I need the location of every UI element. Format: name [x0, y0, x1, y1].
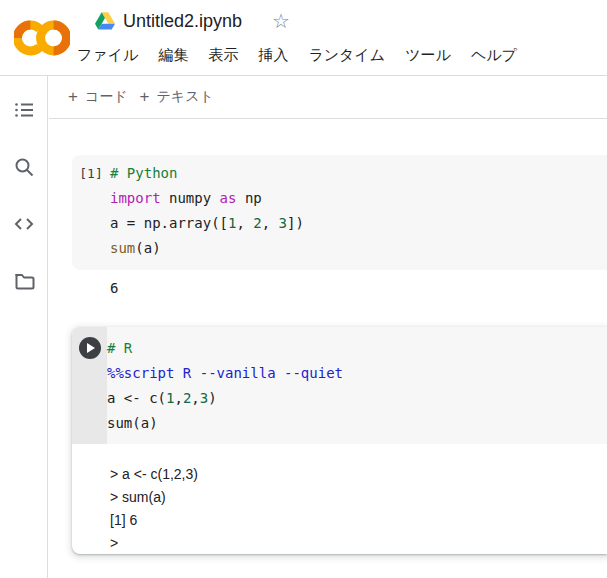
code-line: sum(a) [107, 411, 607, 436]
play-icon [87, 343, 95, 353]
run-cell-button[interactable] [79, 337, 101, 359]
add-code-button[interactable]: + コード [62, 84, 134, 110]
code-line: # R [107, 336, 607, 361]
code-icon [13, 213, 35, 235]
menu-view[interactable]: 表示 [208, 46, 238, 65]
cell-2-code-area: # R%%script R --vanilla --quieta <- c(1,… [72, 327, 607, 444]
cell-1-output: 6 [110, 277, 118, 300]
output-line: > sum(a) [110, 486, 607, 509]
app-header: Untitled2.ipynb ☆ ファイル 編集 表示 挿入 ランタイム ツー… [0, 0, 607, 76]
code-cell-1: [1] # Pythonimport numpy as npa = np.arr… [72, 155, 607, 270]
execution-count[interactable]: [1] [79, 166, 102, 181]
menu-runtime[interactable]: ランタイム [308, 46, 385, 65]
table-of-contents-icon [13, 99, 35, 121]
plus-icon: + [68, 90, 78, 104]
code-cell-2: # R%%script R --vanilla --quieta <- c(1,… [72, 327, 607, 554]
output-line: > a <- c(1,2,3) [110, 463, 607, 486]
plus-icon: + [140, 90, 150, 104]
notebook-area: [1] # Pythonimport numpy as npa = np.arr… [49, 120, 607, 578]
code-line: %%script R --vanilla --quiet [107, 361, 607, 386]
add-text-button[interactable]: + テキスト [134, 84, 220, 110]
star-icon[interactable]: ☆ [272, 11, 290, 31]
code-line: a <- c(1,2,3) [107, 386, 607, 411]
code-line: a = np.array([1, 2, 3]) [110, 211, 607, 236]
add-text-label: テキスト [157, 88, 214, 106]
colab-logo-icon [14, 16, 70, 60]
colab-logo[interactable] [14, 16, 70, 60]
code-line: import numpy as np [110, 186, 607, 211]
menubar: ファイル 編集 表示 挿入 ランタイム ツール ヘルプ [77, 46, 517, 65]
sidebar-item-code-snippets[interactable] [12, 212, 36, 236]
cell-1-gutter: [1] [72, 155, 110, 270]
code-line: # Python [110, 161, 607, 186]
output-line: 6 [110, 277, 118, 300]
menu-edit[interactable]: 編集 [158, 46, 188, 65]
cell-1-code-editor[interactable]: # Pythonimport numpy as npa = np.array([… [110, 155, 607, 270]
sidebar-item-toc[interactable] [12, 98, 36, 122]
sidebar-item-search[interactable] [12, 155, 36, 179]
notebook-title[interactable]: Untitled2.ipynb [123, 11, 242, 32]
notebook-toolbar: + コード + テキスト [49, 76, 607, 119]
folder-icon [13, 270, 35, 292]
cell-2-gutter [72, 327, 107, 444]
output-line: [1] 6 [110, 509, 607, 532]
sidebar [0, 76, 48, 578]
menu-tools[interactable]: ツール [405, 46, 451, 65]
menu-file[interactable]: ファイル [77, 46, 138, 65]
cell-2-output: > a <- c(1,2,3)> sum(a)[1] 6> [72, 444, 607, 555]
code-line: sum(a) [110, 236, 607, 261]
drive-icon [95, 12, 115, 30]
sidebar-item-files[interactable] [12, 269, 36, 293]
output-line: > [110, 532, 607, 555]
menu-insert[interactable]: 挿入 [258, 46, 288, 65]
search-icon [13, 156, 35, 178]
add-code-label: コード [85, 88, 128, 106]
menu-help[interactable]: ヘルプ [471, 46, 517, 65]
cell-2-code-editor[interactable]: # R%%script R --vanilla --quieta <- c(1,… [107, 327, 607, 444]
